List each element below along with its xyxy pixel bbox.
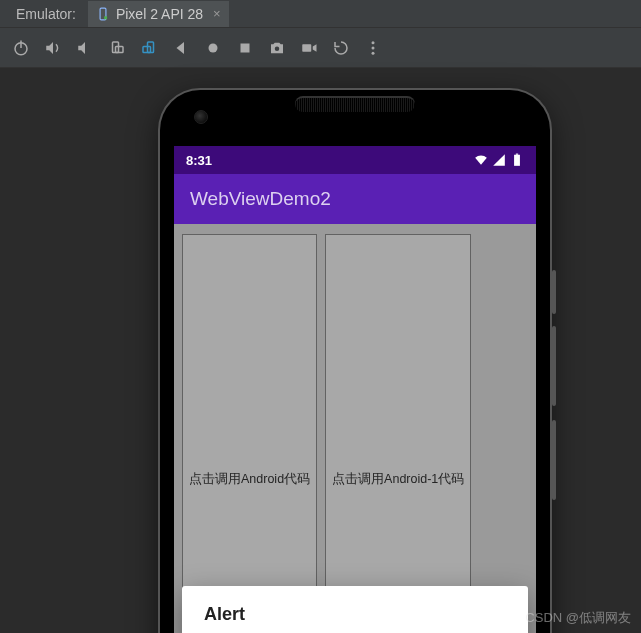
more-icon[interactable] [362, 37, 384, 59]
svg-rect-15 [514, 155, 520, 166]
battery-icon [510, 153, 524, 167]
svg-point-12 [372, 41, 375, 44]
svg-rect-1 [104, 16, 107, 19]
svg-point-10 [275, 46, 280, 51]
back-icon[interactable] [170, 37, 192, 59]
device-icon [96, 7, 110, 21]
svg-rect-16 [516, 154, 518, 155]
svg-rect-9 [241, 43, 250, 52]
volume-down-icon[interactable] [74, 37, 96, 59]
dialog-scrim[interactable] [174, 224, 536, 633]
emulator-tab[interactable]: Pixel 2 API 28 × [88, 1, 229, 27]
status-bar: 8:31 [174, 146, 536, 174]
emulator-tab-label: Pixel 2 API 28 [116, 6, 203, 22]
rotate-right-icon[interactable] [138, 37, 160, 59]
power-icon[interactable] [10, 37, 32, 59]
record-icon[interactable] [298, 37, 320, 59]
status-icons [474, 153, 524, 167]
webview-content: 点击调用Android代码 点击调用Android-1代码 Alert resu… [174, 224, 536, 633]
volume-up-icon[interactable] [42, 37, 64, 59]
wifi-icon [474, 153, 488, 167]
alert-dialog: Alert result is 从Android返回给JS的result为{na… [182, 586, 528, 633]
svg-point-13 [372, 46, 375, 49]
svg-point-8 [209, 43, 218, 52]
emulator-toolbar [0, 28, 641, 68]
svg-point-14 [372, 51, 375, 54]
status-time: 8:31 [186, 153, 212, 168]
home-icon[interactable] [202, 37, 224, 59]
screenshot-icon[interactable] [266, 37, 288, 59]
front-camera [194, 110, 208, 124]
dialog-title: Alert [204, 604, 506, 625]
svg-rect-11 [302, 44, 311, 52]
app-title: WebViewDemo2 [190, 188, 331, 210]
emulator-tabbar: Emulator: Pixel 2 API 28 × [0, 0, 641, 28]
emulator-label: Emulator: [16, 6, 76, 22]
speaker-grill [295, 96, 415, 112]
rotate-left-icon[interactable] [106, 37, 128, 59]
signal-icon [492, 153, 506, 167]
phone-frame: 8:31 WebViewDemo2 点击调用Android代码 点击调用Andr… [160, 90, 550, 633]
restore-icon[interactable] [330, 37, 352, 59]
phone-screen: 8:31 WebViewDemo2 点击调用Android代码 点击调用Andr… [174, 146, 536, 633]
close-icon[interactable]: × [209, 6, 221, 21]
app-bar: WebViewDemo2 [174, 174, 536, 224]
overview-icon[interactable] [234, 37, 256, 59]
emulator-stage: 8:31 WebViewDemo2 点击调用Android代码 点击调用Andr… [0, 68, 641, 633]
